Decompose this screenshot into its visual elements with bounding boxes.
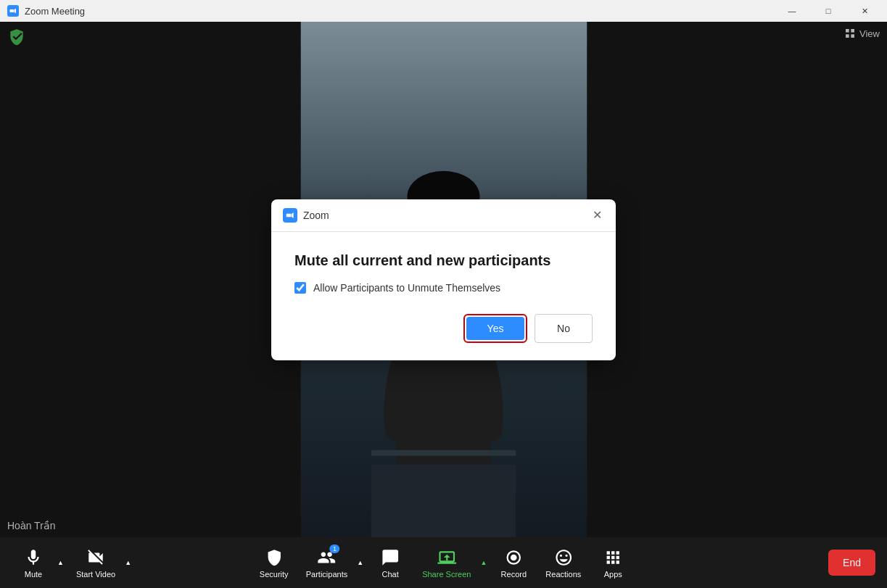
video-off-icon <box>86 547 106 568</box>
share-screen-arrow-button[interactable]: ▲ <box>478 556 489 569</box>
apps-button[interactable]: Apps <box>591 544 635 581</box>
participants-icon: 1 <box>316 547 337 568</box>
mute-arrow-button[interactable]: ▲ <box>55 556 66 569</box>
reactions-icon <box>553 547 574 568</box>
dialog-close-button[interactable]: ✕ <box>590 208 604 223</box>
maximize-button[interactable]: □ <box>812 3 845 19</box>
reactions-button[interactable]: Reactions <box>538 544 588 581</box>
chat-label: Chat <box>382 570 399 579</box>
participants-label: Participants <box>306 570 347 579</box>
toolbar-center: Security 1 Participants ▲ Ch <box>252 544 635 581</box>
toolbar-left: Mute ▲ Start Video ▲ <box>12 544 133 581</box>
main-content: View Hoàn Trần <box>0 22 887 537</box>
no-button[interactable]: No <box>535 314 593 343</box>
record-label: Record <box>501 570 527 579</box>
record-button[interactable]: Record <box>492 544 535 581</box>
mute-label: Mute <box>25 570 42 579</box>
security-label: Security <box>260 570 289 579</box>
dialog-title: Zoom <box>303 210 329 221</box>
start-video-group: Start Video ▲ <box>69 544 133 581</box>
yes-button[interactable]: Yes <box>466 317 524 340</box>
participants-group: 1 Participants ▲ <box>299 544 366 581</box>
mute-icon <box>23 547 44 568</box>
window-controls: — □ ✕ <box>775 3 881 19</box>
reactions-label: Reactions <box>545 570 581 579</box>
toolbar: Mute ▲ Start Video ▲ <box>0 537 887 588</box>
security-button[interactable]: Security <box>252 544 296 581</box>
apps-label: Apps <box>604 570 622 579</box>
dialog-zoom-icon <box>283 208 297 223</box>
share-screen-group: Share Screen ▲ <box>415 544 489 581</box>
share-screen-button[interactable]: Share Screen <box>415 544 478 581</box>
mute-button[interactable]: Mute <box>12 544 55 581</box>
checkbox-row: Allow Participants to Unmute Themselves <box>294 282 593 294</box>
start-video-label: Start Video <box>76 570 115 579</box>
dialog-buttons: Yes No <box>294 314 593 343</box>
svg-point-9 <box>511 554 517 560</box>
end-button[interactable]: End <box>828 550 875 576</box>
start-video-button[interactable]: Start Video <box>69 544 123 581</box>
window-title: Zoom Meeting <box>25 6 85 17</box>
allow-unmute-label[interactable]: Allow Participants to Unmute Themselves <box>313 282 500 294</box>
zoom-logo-icon <box>7 5 19 17</box>
mute-group: Mute ▲ <box>12 544 66 581</box>
modal-overlay: Zoom ✕ Mute all current and new particip… <box>0 22 887 537</box>
title-bar: Zoom Meeting — □ ✕ <box>0 0 887 22</box>
toolbar-right: End <box>828 550 875 576</box>
dialog-heading: Mute all current and new participants <box>294 252 593 269</box>
allow-unmute-checkbox[interactable] <box>294 282 306 294</box>
participants-button[interactable]: 1 Participants <box>299 544 355 581</box>
chat-button[interactable]: Chat <box>368 544 412 581</box>
participants-arrow-button[interactable]: ▲ <box>355 556 366 569</box>
security-icon <box>264 547 284 568</box>
video-arrow-button[interactable]: ▲ <box>123 556 133 569</box>
participants-count-badge: 1 <box>329 544 339 553</box>
apps-icon <box>603 547 623 568</box>
chat-icon <box>380 547 400 568</box>
record-icon <box>503 547 524 568</box>
close-button[interactable]: ✕ <box>848 3 881 19</box>
share-screen-label: Share Screen <box>422 570 471 579</box>
yes-button-wrapper: Yes <box>463 314 527 343</box>
dialog: Zoom ✕ Mute all current and new particip… <box>271 199 616 360</box>
share-screen-icon <box>437 547 457 568</box>
dialog-body: Mute all current and new participants Al… <box>271 232 616 360</box>
minimize-button[interactable]: — <box>775 3 809 19</box>
dialog-header: Zoom ✕ <box>271 199 616 232</box>
